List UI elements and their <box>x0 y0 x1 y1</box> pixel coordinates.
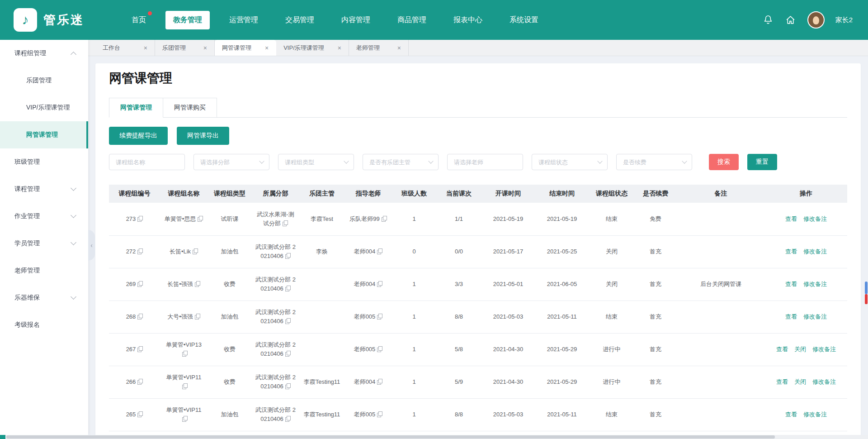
copy-icon[interactable] <box>137 216 143 221</box>
copy-icon[interactable] <box>285 318 291 324</box>
filter-field[interactable] <box>278 154 354 170</box>
copy-icon[interactable] <box>377 346 382 352</box>
section-tab[interactable]: 网管课购买 <box>163 98 217 117</box>
open-page-tab[interactable]: VIP/乐理课管理 × <box>276 40 349 56</box>
top-nav-item[interactable]: 系统设置 <box>502 11 546 29</box>
open-page-tab[interactable]: 老师管理 × <box>349 40 409 56</box>
bell-icon[interactable] <box>762 14 774 26</box>
view-link[interactable]: 查看 <box>776 378 788 385</box>
sidebar-item[interactable]: 乐器维保 <box>0 284 88 311</box>
copy-icon[interactable] <box>182 416 188 421</box>
filter-input[interactable] <box>449 159 517 166</box>
close-link[interactable]: 关闭 <box>794 346 806 353</box>
edit-remark-link[interactable]: 修改备注 <box>803 411 827 418</box>
copy-icon[interactable] <box>377 314 382 319</box>
top-nav-item[interactable]: 运营管理 <box>222 11 266 29</box>
vertical-scrollbar-thumb[interactable] <box>865 282 868 294</box>
horizontal-scrollbar-thumb[interactable] <box>6 435 775 439</box>
filter-field[interactable] <box>616 154 692 170</box>
copy-icon[interactable] <box>195 281 200 286</box>
copy-icon[interactable] <box>137 248 143 254</box>
sidebar-item[interactable]: VIP/乐理课管理 <box>0 94 88 121</box>
copy-icon[interactable] <box>285 286 291 291</box>
view-link[interactable]: 查看 <box>785 281 797 287</box>
view-link[interactable]: 查看 <box>785 313 797 320</box>
copy-icon[interactable] <box>283 220 288 226</box>
open-page-tab[interactable]: 工作台 × <box>95 40 155 56</box>
copy-icon[interactable] <box>285 416 291 421</box>
filter-field[interactable] <box>363 154 439 170</box>
open-page-tab[interactable]: 乐团管理 × <box>155 40 215 56</box>
close-icon[interactable]: × <box>338 45 341 51</box>
sidebar-item[interactable]: 作业管理 <box>0 203 88 230</box>
user-name[interactable]: 家长2 <box>835 16 853 24</box>
view-link[interactable]: 查看 <box>785 411 797 418</box>
filter-input[interactable] <box>618 159 683 166</box>
copy-icon[interactable] <box>195 314 200 319</box>
filter-field[interactable] <box>109 154 185 170</box>
view-link[interactable]: 查看 <box>785 248 797 255</box>
top-nav-item[interactable]: 交易管理 <box>278 11 322 29</box>
filter-input[interactable] <box>111 159 179 166</box>
sidebar-item[interactable]: 课程组管理 <box>0 40 88 67</box>
filter-input[interactable] <box>280 159 344 166</box>
edit-remark-link[interactable]: 修改备注 <box>812 378 836 385</box>
sidebar-item[interactable]: 课程管理 <box>0 176 88 203</box>
copy-icon[interactable] <box>285 383 291 389</box>
copy-icon[interactable] <box>182 351 188 356</box>
top-nav-item[interactable]: 内容管理 <box>334 11 378 29</box>
top-nav-item[interactable]: 首页 <box>124 11 154 29</box>
sidebar-item[interactable]: 班级管理 <box>0 148 88 176</box>
sidebar-item[interactable]: 考级报名 <box>0 311 88 339</box>
search-button[interactable]: 搜索 <box>709 154 739 170</box>
user-avatar[interactable] <box>807 11 825 29</box>
filter-field[interactable] <box>447 154 523 170</box>
filter-input[interactable] <box>534 159 598 166</box>
close-link[interactable]: 关闭 <box>794 378 806 385</box>
edit-remark-link[interactable]: 修改备注 <box>803 215 827 222</box>
sidebar-item[interactable]: 乐团管理 <box>0 67 88 94</box>
top-nav-item[interactable]: 报表中心 <box>446 11 490 29</box>
copy-icon[interactable] <box>182 383 188 389</box>
top-nav-item[interactable]: 教务管理 <box>165 11 210 29</box>
sidebar-item[interactable]: 学员管理 <box>0 230 88 257</box>
edit-remark-link[interactable]: 修改备注 <box>803 313 827 320</box>
copy-icon[interactable] <box>137 379 143 384</box>
copy-icon[interactable] <box>137 281 143 286</box>
copy-icon[interactable] <box>377 379 382 384</box>
reset-button[interactable]: 重置 <box>747 154 777 170</box>
close-icon[interactable]: × <box>144 45 147 51</box>
export-button[interactable]: 续费提醒导出 <box>109 127 168 145</box>
copy-icon[interactable] <box>377 281 382 286</box>
export-button[interactable]: 网管课导出 <box>177 127 229 145</box>
copy-icon[interactable] <box>285 253 291 258</box>
copy-icon[interactable] <box>137 314 143 319</box>
filter-field[interactable] <box>193 154 269 170</box>
filter-input[interactable] <box>365 159 429 166</box>
view-link[interactable]: 查看 <box>776 346 788 353</box>
edit-remark-link[interactable]: 修改备注 <box>812 346 836 353</box>
close-icon[interactable]: × <box>397 45 401 51</box>
filter-input[interactable] <box>196 159 260 166</box>
copy-icon[interactable] <box>382 216 387 221</box>
app-logo[interactable]: ♪ <box>14 8 37 32</box>
close-icon[interactable]: × <box>265 45 269 51</box>
copy-icon[interactable] <box>285 351 291 356</box>
copy-icon[interactable] <box>193 248 198 254</box>
sidebar-collapse-handle[interactable]: ‹ <box>88 230 95 261</box>
edit-remark-link[interactable]: 修改备注 <box>803 248 827 255</box>
section-tab[interactable]: 网管课管理 <box>109 98 163 118</box>
filter-field[interactable] <box>532 154 608 170</box>
view-link[interactable]: 查看 <box>785 215 797 222</box>
close-icon[interactable]: × <box>203 45 207 51</box>
open-page-tab[interactable]: 网管课管理 × <box>215 40 276 56</box>
copy-icon[interactable] <box>377 248 382 254</box>
edit-remark-link[interactable]: 修改备注 <box>803 281 827 287</box>
top-nav-item[interactable]: 商品管理 <box>390 11 434 29</box>
sidebar-item[interactable]: 老师管理 <box>0 257 88 284</box>
copy-icon[interactable] <box>137 346 143 352</box>
copy-icon[interactable] <box>198 216 203 221</box>
sidebar-item[interactable]: 网管课管理 <box>0 121 88 148</box>
home-icon[interactable] <box>785 14 797 26</box>
copy-icon[interactable] <box>137 411 143 417</box>
